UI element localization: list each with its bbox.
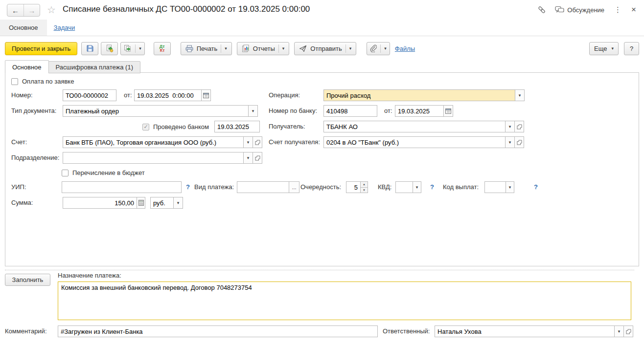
bank-date-input[interactable] bbox=[395, 105, 444, 117]
department-dropdown-button[interactable] bbox=[243, 152, 253, 164]
currency-dropdown-button[interactable] bbox=[173, 197, 183, 209]
kvd-input[interactable] bbox=[395, 181, 413, 193]
debit-credit-button[interactable]: ДтКт bbox=[154, 42, 171, 55]
form-splitter[interactable] bbox=[5, 270, 634, 270]
account-field bbox=[63, 136, 262, 148]
save-button[interactable] bbox=[81, 42, 98, 55]
doc-type-input[interactable] bbox=[63, 105, 249, 117]
bank-processed-date-input[interactable] bbox=[214, 121, 260, 132]
uip-help-link[interactable]: ? bbox=[186, 181, 190, 193]
open-icon bbox=[255, 155, 260, 161]
reports-button[interactable]: Отчеты bbox=[237, 42, 289, 55]
payee-account-dropdown-button[interactable] bbox=[505, 136, 515, 148]
kvd-dropdown-button[interactable] bbox=[413, 181, 421, 193]
copy-dropdown-icon[interactable] bbox=[135, 44, 141, 53]
priority-stepper[interactable]: ▲▼ bbox=[360, 181, 368, 193]
priority-input[interactable] bbox=[346, 181, 361, 193]
payee-open-button[interactable] bbox=[514, 121, 524, 132]
discussion-label: Обсуждение bbox=[567, 6, 604, 14]
discussion-icon bbox=[555, 6, 564, 14]
department-field bbox=[63, 152, 262, 164]
copy-link-icon[interactable] bbox=[537, 5, 546, 14]
kvd-help-link[interactable]: ? bbox=[430, 181, 434, 193]
department-label: Подразделение: bbox=[11, 152, 59, 164]
print-label: Печать bbox=[197, 45, 218, 52]
tab-payment-details[interactable]: Расшифровка платежа (1) bbox=[48, 61, 140, 73]
responsible-input[interactable] bbox=[435, 325, 615, 337]
tab-main[interactable]: Основное bbox=[5, 60, 49, 73]
attachments-dropdown-icon[interactable] bbox=[380, 44, 387, 53]
favorite-star-icon[interactable]: ☆ bbox=[47, 4, 56, 16]
close-icon[interactable]: × bbox=[631, 5, 636, 15]
uip-label: УИП: bbox=[11, 181, 26, 193]
print-dropdown-icon[interactable] bbox=[221, 44, 227, 53]
bank-calendar-button[interactable] bbox=[443, 105, 453, 117]
amount-input[interactable] bbox=[63, 197, 137, 209]
payment-purpose-textarea[interactable]: Комиссия за внешний банковский перевод. … bbox=[58, 282, 631, 320]
responsible-dropdown-button[interactable] bbox=[614, 325, 624, 337]
more-button[interactable]: Еще bbox=[589, 42, 619, 55]
payout-code-input[interactable] bbox=[484, 181, 506, 193]
responsible-open-button[interactable] bbox=[623, 325, 633, 337]
help-button[interactable]: ? bbox=[624, 42, 639, 55]
payout-code-dropdown-button[interactable] bbox=[506, 181, 514, 193]
department-open-button[interactable] bbox=[253, 152, 262, 164]
files-link[interactable]: Файлы bbox=[395, 45, 415, 52]
calculator-button[interactable] bbox=[137, 197, 145, 209]
comment-input[interactable] bbox=[58, 325, 378, 337]
send-dropdown-icon[interactable] bbox=[345, 44, 352, 53]
payee-input[interactable] bbox=[323, 121, 506, 132]
link-icon bbox=[537, 5, 546, 14]
payout-code-help-link[interactable]: ? bbox=[534, 181, 538, 193]
department-input[interactable] bbox=[63, 152, 244, 164]
account-input[interactable] bbox=[63, 136, 244, 148]
account-label: Счет: bbox=[11, 136, 27, 148]
step-down-icon[interactable]: ▼ bbox=[360, 187, 368, 194]
operation-dropdown-button[interactable] bbox=[515, 89, 525, 101]
calendar-button[interactable] bbox=[201, 89, 211, 101]
operation-input[interactable] bbox=[323, 89, 515, 101]
number-input[interactable] bbox=[63, 89, 116, 101]
attachments-button[interactable] bbox=[367, 42, 390, 55]
pay-by-request-checkbox[interactable]: Оплата по заявке bbox=[11, 78, 74, 85]
payee-dropdown-button[interactable] bbox=[505, 121, 515, 132]
payee-account-input[interactable] bbox=[323, 136, 506, 148]
currency-field bbox=[150, 197, 183, 209]
bank-number-field bbox=[323, 105, 377, 117]
reports-dropdown-icon[interactable] bbox=[278, 44, 285, 53]
save-icon bbox=[86, 44, 94, 52]
more-menu-icon[interactable]: ⋮ bbox=[613, 5, 622, 14]
budget-transfer-checkbox[interactable]: Перечисление в бюджет bbox=[62, 169, 145, 176]
comment-field bbox=[58, 325, 378, 337]
payee-account-open-button[interactable] bbox=[514, 136, 524, 148]
uip-input[interactable] bbox=[62, 181, 182, 193]
account-open-button[interactable] bbox=[253, 136, 262, 148]
debit-credit-icon: ДтКт bbox=[160, 44, 165, 52]
copy-button[interactable] bbox=[120, 42, 145, 55]
doc-type-dropdown-button[interactable] bbox=[248, 105, 258, 117]
discussion-button[interactable]: Обсуждение bbox=[555, 6, 604, 14]
forward-button[interactable]: → bbox=[23, 4, 40, 16]
date-input[interactable] bbox=[134, 89, 202, 101]
tab-strip: Основное Расшифровка платежа (1) bbox=[5, 60, 140, 73]
print-button[interactable]: Печать bbox=[181, 42, 232, 55]
budget-transfer-label: Перечисление в бюджет bbox=[72, 169, 145, 176]
paperclip-icon bbox=[370, 44, 377, 52]
post-and-close-button[interactable]: Провести и закрыть bbox=[5, 42, 77, 55]
kvd-field bbox=[395, 181, 421, 193]
bank-processed-checkbox[interactable]: Проведено банком bbox=[142, 123, 209, 130]
account-dropdown-button[interactable] bbox=[243, 136, 253, 148]
fill-button[interactable]: Заполнить bbox=[5, 274, 50, 286]
nav-item-main[interactable]: Основное bbox=[0, 20, 47, 36]
post-document-button[interactable] bbox=[101, 42, 118, 55]
payment-kind-input[interactable] bbox=[237, 181, 289, 193]
nav-item-tasks[interactable]: Задачи bbox=[54, 24, 75, 31]
bank-processed-label: Проведено банком bbox=[153, 123, 209, 130]
payment-kind-ellipsis-button[interactable]: ... bbox=[289, 181, 299, 193]
bank-number-input[interactable] bbox=[323, 105, 377, 117]
send-button[interactable]: Отправить bbox=[294, 42, 356, 55]
priority-field: ▲▼ bbox=[346, 181, 368, 193]
priority-label: Очередность: bbox=[300, 181, 341, 193]
back-button[interactable]: ← bbox=[7, 4, 23, 16]
currency-input[interactable] bbox=[150, 197, 174, 209]
